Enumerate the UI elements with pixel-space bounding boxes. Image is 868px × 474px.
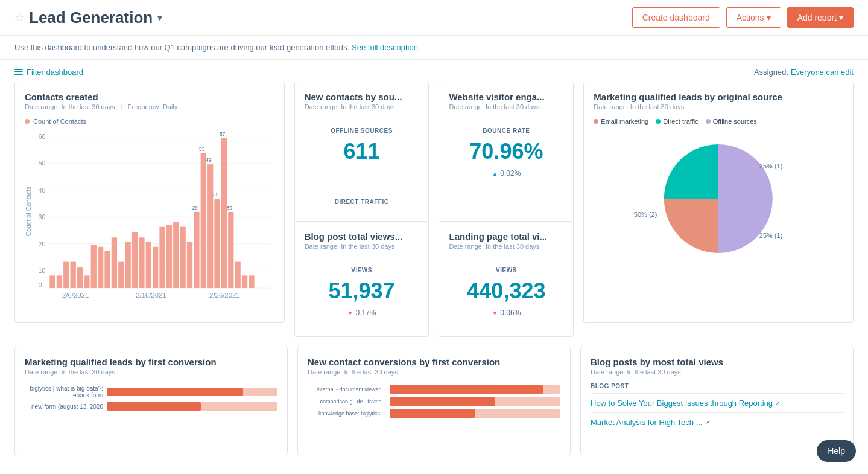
direct-traffic-stat: DIRECT TRAFFIC bbox=[305, 189, 419, 220]
svg-text:30: 30 bbox=[39, 214, 46, 220]
svg-rect-34 bbox=[159, 227, 165, 288]
svg-text:40: 40 bbox=[39, 187, 46, 194]
page-title: Lead Generation bbox=[29, 8, 153, 27]
svg-rect-18 bbox=[49, 275, 55, 288]
svg-text:60: 60 bbox=[39, 133, 46, 140]
create-dashboard-button[interactable]: Create dashboard bbox=[632, 7, 720, 28]
svg-rect-30 bbox=[132, 232, 138, 288]
landing-page-subtitle: Date range: In the last 30 days bbox=[449, 243, 563, 250]
svg-rect-21 bbox=[70, 262, 75, 288]
svg-rect-2 bbox=[14, 74, 23, 75]
header-actions: Create dashboard Actions ▾ Add report ▾ bbox=[632, 7, 854, 28]
dashboard: Contacts created Date range: In the last… bbox=[0, 82, 868, 474]
pie-chart-svg: 25% (1) 50% (2) 25% (1) bbox=[594, 132, 843, 265]
legend-dot bbox=[25, 119, 30, 124]
dashboard-row-2: Marketing qualified leads by first conve… bbox=[14, 347, 854, 455]
svg-rect-46 bbox=[242, 275, 247, 288]
website-visitor-subtitle: Date range: In the last 30 days bbox=[449, 103, 563, 110]
svg-rect-28 bbox=[118, 262, 124, 288]
new-contact-conversions-card: New contact conversions by first convers… bbox=[297, 347, 571, 455]
svg-rect-19 bbox=[57, 275, 62, 288]
mql-conversion-card: Marketing qualified leads by first conve… bbox=[14, 347, 288, 455]
svg-rect-38 bbox=[187, 242, 192, 289]
actions-button[interactable]: Actions ▾ bbox=[726, 7, 781, 28]
svg-text:2/6/2021: 2/6/2021 bbox=[62, 292, 89, 299]
new-contact-subtitle: Date range: In the last 30 days bbox=[308, 368, 560, 376]
list-item: biglytics | what is big data?:ebook form bbox=[25, 385, 277, 399]
svg-rect-37 bbox=[180, 227, 186, 288]
header-left: ☆ Lead Generation ▾ bbox=[14, 8, 162, 27]
description-bar: Use this dashboard to understand how our… bbox=[0, 36, 868, 60]
svg-text:20: 20 bbox=[39, 241, 46, 248]
svg-text:29: 29 bbox=[192, 205, 198, 211]
landing-views-stat: VIEWS 440,323 ▼ 0.06% bbox=[449, 257, 563, 327]
blog-post-link-1[interactable]: How to Solve Your Biggest Issues through… bbox=[591, 399, 843, 413]
blog-table-header: BLOG POST bbox=[591, 383, 843, 394]
landing-page-views-card: Landing page total vi... Date range: In … bbox=[439, 221, 574, 337]
new-contacts-title: New contacts by sou... bbox=[305, 92, 419, 102]
title-dropdown-icon[interactable]: ▾ bbox=[157, 12, 162, 24]
svg-rect-31 bbox=[139, 237, 144, 288]
svg-rect-23 bbox=[84, 275, 89, 288]
website-visitor-title: Website visitor enga... bbox=[449, 92, 563, 102]
offline-sources-stat: OFFLINE SOURCES 611 bbox=[305, 118, 419, 179]
blog-posts-subtitle: Date range: In the last 30 days bbox=[591, 368, 843, 376]
svg-rect-22 bbox=[77, 267, 83, 288]
add-report-button[interactable]: Add report ▾ bbox=[787, 7, 854, 28]
see-full-description-link[interactable]: See full description bbox=[352, 43, 418, 52]
blog-post-views-title: Blog post total views... bbox=[305, 231, 419, 242]
svg-rect-47 bbox=[249, 275, 254, 288]
help-button[interactable]: Help bbox=[817, 440, 856, 462]
contacts-created-title: Contacts created bbox=[25, 92, 274, 102]
svg-text:Count of Contacts: Count of Contacts bbox=[25, 186, 32, 236]
filter-icon bbox=[14, 68, 23, 76]
assigned-value[interactable]: Everyone can edit bbox=[791, 68, 854, 77]
direct-traffic-label: Direct traffic bbox=[663, 118, 698, 125]
svg-rect-33 bbox=[153, 247, 158, 288]
offline-sources-label: Offline sources bbox=[713, 118, 757, 125]
star-icon[interactable]: ☆ bbox=[14, 11, 24, 24]
svg-rect-29 bbox=[125, 242, 130, 289]
arrow-down-icon: ▼ bbox=[347, 310, 353, 316]
svg-text:2/16/2021: 2/16/2021 bbox=[136, 292, 166, 299]
direct-traffic-legend-dot bbox=[656, 119, 661, 124]
blog-views-stat: VIEWS 51,937 ▼ 0.17% bbox=[305, 257, 419, 327]
blog-post-link-2[interactable]: Market Analysis for High Tech ... ↗ bbox=[591, 418, 843, 432]
svg-rect-40 bbox=[201, 153, 206, 288]
svg-text:49: 49 bbox=[206, 158, 212, 163]
svg-rect-25 bbox=[98, 247, 103, 288]
pie-legend: Email marketing Direct traffic Offline s… bbox=[594, 118, 843, 125]
svg-rect-42 bbox=[214, 199, 220, 288]
svg-text:25% (1): 25% (1) bbox=[759, 162, 783, 170]
svg-text:30: 30 bbox=[227, 205, 233, 211]
svg-rect-45 bbox=[235, 262, 241, 288]
svg-rect-1 bbox=[14, 71, 23, 72]
bounce-rate-stat: BOUNCE RATE 70.96% ▲ 0.02% bbox=[449, 118, 563, 187]
svg-text:57: 57 bbox=[220, 132, 226, 137]
email-marketing-legend-dot bbox=[594, 119, 598, 124]
svg-text:2/26/2021: 2/26/2021 bbox=[209, 292, 240, 299]
filter-dashboard-button[interactable]: Filter dashboard bbox=[14, 68, 83, 77]
list-item: internal - document viewer.... bbox=[308, 385, 560, 394]
arrow-up-icon: ▲ bbox=[492, 170, 498, 177]
svg-text:50: 50 bbox=[39, 160, 46, 167]
new-contacts-subtitle: Date range: In the last 30 days bbox=[305, 103, 419, 110]
external-link-icon: ↗ bbox=[775, 400, 780, 406]
bar-chart-svg: 60 50 40 30 20 10 0 Count of Contacts bbox=[25, 130, 274, 299]
filter-label: Filter dashboard bbox=[27, 68, 83, 77]
blog-posts-card: Blog posts by most total views Date rang… bbox=[580, 347, 854, 455]
email-marketing-label: Email marketing bbox=[601, 118, 648, 125]
offline-sources-legend-dot bbox=[706, 119, 711, 124]
contacts-created-subtitle: Date range: In the last 30 days | Freque… bbox=[25, 103, 274, 110]
svg-rect-41 bbox=[207, 164, 213, 288]
landing-page-title: Landing page total vi... bbox=[449, 231, 563, 242]
header: ☆ Lead Generation ▾ Create dashboard Act… bbox=[0, 0, 868, 36]
blog-posts-title: Blog posts by most total views bbox=[591, 357, 843, 367]
mql-conversion-title: Marketing qualified leads by first conve… bbox=[25, 357, 277, 367]
bounce-rate-change: ▲ 0.02% bbox=[449, 169, 563, 178]
contacts-created-card: Contacts created Date range: In the last… bbox=[14, 82, 285, 323]
svg-rect-20 bbox=[63, 262, 69, 288]
blog-post-views-card: Blog post total views... Date range: In … bbox=[294, 221, 429, 337]
svg-rect-35 bbox=[166, 225, 172, 288]
list-item: new form (august 13, 2020 bbox=[25, 402, 277, 411]
